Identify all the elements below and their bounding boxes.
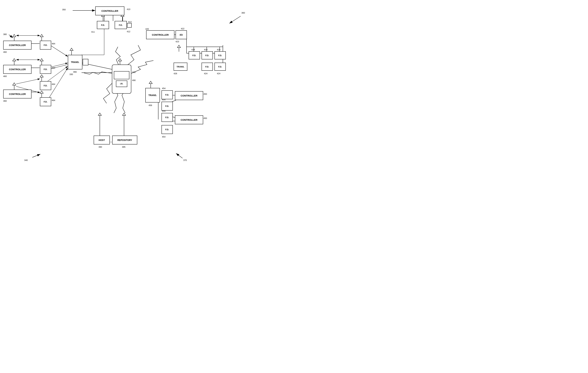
fd-412-right xyxy=(127,23,132,28)
svg-marker-18 xyxy=(118,59,122,61)
label-420: 420 xyxy=(145,28,149,30)
fd-424-top-mid: F.D. xyxy=(201,51,213,59)
label-330: 330 xyxy=(132,71,136,73)
fd-left2: F.D. xyxy=(40,65,51,74)
label-490: 490 xyxy=(132,79,136,82)
label-454c: 454 xyxy=(162,110,166,112)
label-370: 370 xyxy=(183,159,187,161)
io-box: I/O xyxy=(176,30,187,39)
trans-426: TRANS. xyxy=(174,63,187,71)
ir-box: I.R. xyxy=(116,81,127,87)
controller-450b: CONTROLLER xyxy=(175,115,203,124)
central-device: I.R. xyxy=(112,64,131,93)
label-390: 390 xyxy=(98,146,102,148)
label-464c: 464 xyxy=(52,83,55,85)
label-380: 380 xyxy=(3,33,7,35)
svg-line-38 xyxy=(16,79,40,84)
svg-line-70 xyxy=(32,154,40,157)
fd-left1: F.D. xyxy=(40,41,51,50)
label-350: 350 xyxy=(62,8,66,11)
label-424e: 424 xyxy=(217,72,220,75)
label-454d: 454 xyxy=(162,135,166,138)
fd-left3a: F.D. xyxy=(40,81,51,90)
svg-marker-50 xyxy=(149,81,152,83)
fd-left3b: F.D. xyxy=(40,97,51,106)
label-456: 456 xyxy=(148,104,152,106)
svg-marker-46 xyxy=(98,113,101,115)
svg-marker-20 xyxy=(70,48,73,51)
label-464b: 464 xyxy=(52,67,55,69)
fd-424-top-left: F.D. xyxy=(189,51,200,59)
controller-360: CONTROLLER xyxy=(146,30,174,39)
trans-center: TRANS. xyxy=(68,55,82,69)
label-450b: 450 xyxy=(203,117,207,119)
label-466: 466 xyxy=(73,71,77,73)
fd-411: F.D. xyxy=(97,21,109,29)
controller-450a: CONTROLLER xyxy=(175,91,203,100)
label-460b: 460 xyxy=(3,75,7,77)
label-450a: 450 xyxy=(203,93,207,95)
fd-412: F.D. xyxy=(115,21,127,29)
controller-460a: CONTROLLER xyxy=(3,41,32,50)
label-464d: 464 xyxy=(52,99,55,102)
label-454b: 454 xyxy=(162,98,166,101)
label-426: 426 xyxy=(174,72,177,75)
fd-424-bot-mid: F.D. xyxy=(201,63,213,71)
label-424d: 424 xyxy=(204,72,208,75)
label-395: 395 xyxy=(122,146,126,148)
label-424b: 424 xyxy=(204,48,208,51)
svg-marker-48 xyxy=(122,113,126,115)
trans-center-sub xyxy=(83,59,88,65)
label-423: 423 xyxy=(176,40,179,43)
svg-marker-65 xyxy=(177,45,180,48)
svg-line-69 xyxy=(9,35,13,38)
label-454a: 454 xyxy=(162,87,166,90)
label-422: 422 xyxy=(181,27,184,30)
label-410: 410 xyxy=(127,8,130,10)
label-460a: 460 xyxy=(3,51,7,53)
svg-marker-22 xyxy=(13,34,16,37)
svg-line-68 xyxy=(229,16,241,23)
fd-right-mid: F.D. xyxy=(161,102,173,111)
svg-marker-27 xyxy=(13,59,16,61)
label-460c: 460 xyxy=(3,100,7,102)
controller-460b: CONTROLLER xyxy=(3,65,32,74)
label-411: 411 xyxy=(91,31,95,33)
label-413: 413 xyxy=(128,21,132,23)
fd-right-lower-mid: F.D. xyxy=(161,113,173,122)
label-340: 340 xyxy=(24,159,28,161)
host-box: HOST xyxy=(94,135,110,145)
label-424a: 424 xyxy=(191,48,195,51)
svg-marker-24 xyxy=(40,34,43,37)
fd-424-top-right: F.D. xyxy=(214,51,226,59)
controller-460c: CONTROLLER xyxy=(3,90,32,98)
fd-424-bot-right: F.D. xyxy=(214,63,226,71)
label-464a: 464 xyxy=(52,42,55,45)
fd-right-top: F.D. xyxy=(161,90,173,99)
trans-right: TRANS. xyxy=(145,88,160,103)
label-424c: 424 xyxy=(217,48,220,51)
svg-line-71 xyxy=(176,153,182,158)
controller-410: CONTROLLER xyxy=(95,6,124,15)
label-360: 360 xyxy=(242,12,245,14)
repository-box: REPOSITORY xyxy=(112,135,137,145)
svg-marker-29 xyxy=(40,59,43,61)
svg-marker-34 xyxy=(40,75,43,77)
svg-marker-36 xyxy=(40,91,43,93)
diagram: CONTROLLER 410 350 F.D. 411 F.D. 412 413… xyxy=(0,0,294,186)
svg-marker-32 xyxy=(13,83,16,85)
fd-right-bottom: F.D. xyxy=(161,125,173,134)
label-330a: 330 xyxy=(69,73,73,75)
label-412: 412 xyxy=(127,30,130,33)
